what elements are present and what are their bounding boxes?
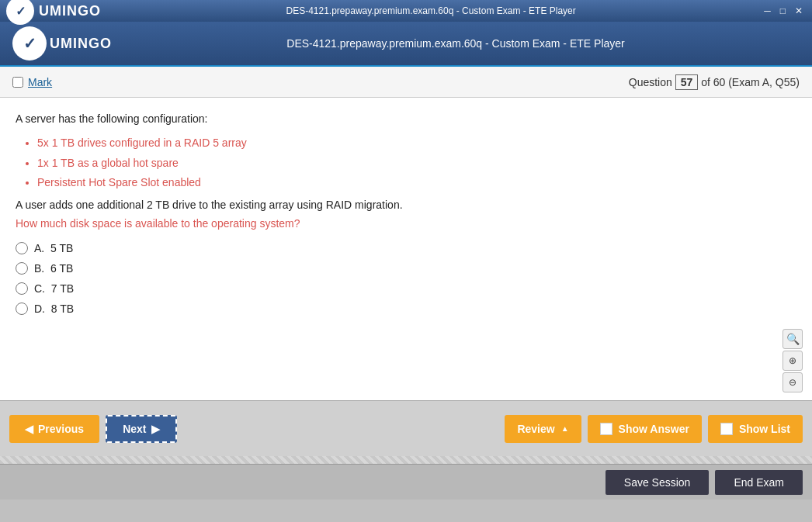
stripe-divider [0,456,812,464]
header-logo-area: ✓ UMINGO [12,26,112,60]
review-arrow-icon: ▲ [561,424,569,433]
review-label: Review [517,423,554,435]
previous-button[interactable]: ◀ Previous [9,415,99,443]
minimize-button[interactable]: ─ [761,5,774,16]
show-list-button[interactable]: Show List [708,415,803,443]
bottom-nav: ◀ Previous Next ▶ Review ▲ Show Answer S… [0,400,812,456]
next-label: Next [123,423,146,435]
next-arrow-icon: ▶ [151,423,160,435]
bullet-item-2: 1x 1 TB as a global hot spare [37,154,796,173]
question-intro: A server has the following configuration… [16,110,796,127]
show-answer-icon [600,423,612,435]
show-answer-label: Show Answer [619,423,689,435]
question-ask: How much disk space is available to the … [16,217,796,230]
header-bar: ✓ UMINGO DES-4121.prepaway.premium.exam.… [0,22,812,67]
previous-label: Previous [38,423,84,435]
next-button[interactable]: Next ▶ [106,415,176,443]
logo-text: UMINGO [39,3,101,19]
radio-c[interactable] [16,282,28,295]
main-content: A server has the following configuration… [0,98,812,400]
option-c[interactable]: C. 7 TB [16,282,796,295]
question-info: Question 57 of 60 (Exam A, Q55) [629,74,800,90]
question-desc: A user adds one additional 2 TB drive to… [16,199,796,211]
show-answer-button[interactable]: Show Answer [588,415,702,443]
title-bar: ✓ UMINGO DES-4121.prepaway.premium.exam.… [0,0,812,22]
window-controls: ─ □ ✕ [761,5,806,16]
review-button[interactable]: Review ▲ [505,415,581,443]
question-label: Question [629,76,672,88]
bullet-item-1: 5x 1 TB drives configured in a RAID 5 ar… [37,133,796,153]
header-title: DES-4121.prepaway.premium.exam.60q - Cus… [112,37,800,50]
search-button[interactable]: 🔍 [783,329,803,349]
prev-arrow-icon: ◀ [25,423,33,435]
radio-d[interactable] [16,302,28,315]
zoom-out-button[interactable]: ⊖ [783,372,803,392]
question-number: 57 [675,74,699,90]
maximize-button[interactable]: □ [777,5,789,16]
bottom-action: Save Session End Exam [0,464,812,500]
mark-area[interactable]: Mark [12,76,52,88]
option-b[interactable]: B. 6 TB [16,262,796,275]
option-d[interactable]: D. 8 TB [16,302,796,315]
save-session-button[interactable]: Save Session [606,470,710,495]
mark-checkbox[interactable] [12,77,23,88]
window-title: DES-4121.prepaway.premium.exam.60q - Cus… [101,5,761,16]
show-list-label: Show List [739,423,790,435]
label-b[interactable]: B. 6 TB [34,262,73,275]
label-d[interactable]: D. 8 TB [34,302,74,315]
option-a[interactable]: A. 5 TB [16,242,796,254]
header-logo: ✓ [12,26,47,60]
bullet-list: 5x 1 TB drives configured in a RAID 5 ar… [37,133,796,192]
question-of: of 60 (Exam A, Q55) [701,76,800,88]
zoom-in-button[interactable]: ⊕ [783,351,803,371]
app-logo: ✓ [6,0,34,25]
title-bar-left: ✓ UMINGO [6,0,101,25]
header-logo-text: UMINGO [50,36,112,52]
label-a[interactable]: A. 5 TB [34,242,73,254]
logo-check: ✓ [16,4,26,19]
question-header: Mark Question 57 of 60 (Exam A, Q55) [0,67,812,98]
label-c[interactable]: C. 7 TB [34,282,74,295]
radio-b[interactable] [16,262,28,275]
end-exam-button[interactable]: End Exam [715,470,803,495]
show-list-icon [720,423,733,435]
radio-a[interactable] [16,242,28,254]
mark-label[interactable]: Mark [28,76,52,88]
close-button[interactable]: ✕ [792,5,806,16]
bullet-item-3: Persistent Hot Spare Slot enabled [37,173,796,192]
zoom-controls: 🔍 ⊕ ⊖ [783,329,803,392]
